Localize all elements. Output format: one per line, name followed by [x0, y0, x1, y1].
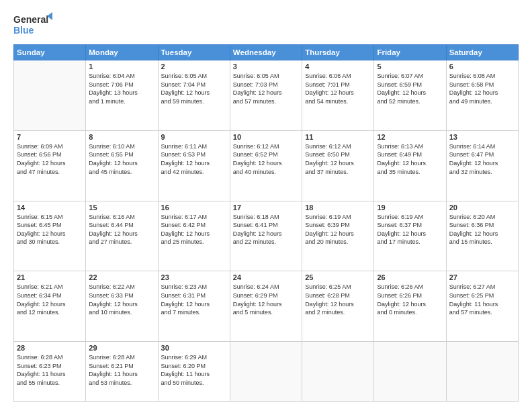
- day-number: 23: [161, 273, 227, 281]
- day-number: 1: [89, 62, 154, 71]
- weekday-header-tuesday: Tuesday: [158, 45, 230, 60]
- cell-text: Sunrise: 6:13 AM Sunset: 6:49 PM Dayligh…: [377, 142, 443, 176]
- day-number: 25: [305, 273, 371, 281]
- cell-text: Sunrise: 6:07 AM Sunset: 6:59 PM Dayligh…: [377, 72, 443, 105]
- weekday-header-wednesday: Wednesday: [230, 45, 302, 60]
- day-number: 4: [305, 62, 371, 71]
- cell-text: Sunrise: 6:10 AM Sunset: 6:55 PM Dayligh…: [89, 142, 154, 176]
- day-number: 30: [161, 344, 227, 352]
- week-row-4: 21Sunrise: 6:21 AM Sunset: 6:34 PM Dayli…: [14, 271, 519, 342]
- calendar-cell: 22Sunrise: 6:22 AM Sunset: 6:33 PM Dayli…: [86, 271, 158, 342]
- day-number: 13: [449, 133, 515, 141]
- weekday-header-monday: Monday: [86, 45, 158, 60]
- calendar-cell: [374, 342, 446, 402]
- day-number: 19: [377, 203, 443, 212]
- day-number: 8: [89, 133, 154, 141]
- cell-text: Sunrise: 6:11 AM Sunset: 6:53 PM Dayligh…: [161, 142, 227, 176]
- cell-text: Sunrise: 6:15 AM Sunset: 6:45 PM Dayligh…: [17, 213, 83, 246]
- day-number: 11: [305, 133, 371, 141]
- day-number: 2: [161, 62, 227, 71]
- cell-text: Sunrise: 6:21 AM Sunset: 6:34 PM Dayligh…: [17, 283, 83, 316]
- calendar-cell: [302, 342, 374, 402]
- calendar-cell: 7Sunrise: 6:09 AM Sunset: 6:56 PM Daylig…: [14, 130, 86, 201]
- calendar-cell: [14, 60, 86, 131]
- svg-text:General: General: [13, 14, 48, 25]
- day-number: 18: [305, 203, 371, 212]
- day-number: 28: [17, 344, 83, 352]
- calendar-cell: 15Sunrise: 6:16 AM Sunset: 6:44 PM Dayli…: [86, 201, 158, 271]
- day-number: 9: [161, 133, 227, 141]
- cell-text: Sunrise: 6:19 AM Sunset: 6:37 PM Dayligh…: [377, 213, 443, 246]
- day-number: 21: [17, 273, 83, 281]
- cell-text: Sunrise: 6:05 AM Sunset: 7:03 PM Dayligh…: [233, 72, 299, 105]
- cell-text: Sunrise: 6:12 AM Sunset: 6:52 PM Dayligh…: [233, 142, 299, 176]
- calendar-cell: 11Sunrise: 6:12 AM Sunset: 6:50 PM Dayli…: [302, 130, 374, 201]
- day-number: 5: [377, 62, 443, 71]
- cell-text: Sunrise: 6:24 AM Sunset: 6:29 PM Dayligh…: [233, 283, 299, 316]
- cell-text: Sunrise: 6:22 AM Sunset: 6:33 PM Dayligh…: [89, 283, 154, 316]
- day-number: 20: [449, 203, 515, 212]
- calendar-cell: 18Sunrise: 6:19 AM Sunset: 6:39 PM Dayli…: [302, 201, 374, 271]
- cell-text: Sunrise: 6:18 AM Sunset: 6:41 PM Dayligh…: [233, 213, 299, 246]
- day-number: 6: [449, 62, 515, 71]
- calendar-cell: 9Sunrise: 6:11 AM Sunset: 6:53 PM Daylig…: [158, 130, 230, 201]
- header: GeneralBlue: [13, 12, 519, 38]
- cell-text: Sunrise: 6:08 AM Sunset: 6:58 PM Dayligh…: [449, 72, 515, 105]
- calendar-cell: 20Sunrise: 6:20 AM Sunset: 6:36 PM Dayli…: [446, 201, 518, 271]
- calendar-cell: 25Sunrise: 6:25 AM Sunset: 6:28 PM Dayli…: [302, 271, 374, 342]
- calendar-cell: 21Sunrise: 6:21 AM Sunset: 6:34 PM Dayli…: [14, 271, 86, 342]
- page: GeneralBlue SundayMondayTuesdayWednesday…: [0, 0, 532, 411]
- cell-text: Sunrise: 6:04 AM Sunset: 7:06 PM Dayligh…: [89, 72, 154, 105]
- weekday-header-saturday: Saturday: [446, 45, 518, 60]
- day-number: 27: [449, 273, 515, 281]
- calendar-cell: 14Sunrise: 6:15 AM Sunset: 6:45 PM Dayli…: [14, 201, 86, 271]
- calendar-cell: 3Sunrise: 6:05 AM Sunset: 7:03 PM Daylig…: [230, 60, 302, 131]
- day-number: 12: [377, 133, 443, 141]
- cell-text: Sunrise: 6:14 AM Sunset: 6:47 PM Dayligh…: [449, 142, 515, 176]
- calendar-cell: 17Sunrise: 6:18 AM Sunset: 6:41 PM Dayli…: [230, 201, 302, 271]
- cell-text: Sunrise: 6:27 AM Sunset: 6:25 PM Dayligh…: [449, 283, 515, 316]
- day-number: 22: [89, 273, 154, 281]
- logo: GeneralBlue: [13, 12, 54, 38]
- calendar-cell: [446, 342, 518, 402]
- cell-text: Sunrise: 6:12 AM Sunset: 6:50 PM Dayligh…: [305, 142, 371, 176]
- calendar-cell: 8Sunrise: 6:10 AM Sunset: 6:55 PM Daylig…: [86, 130, 158, 201]
- calendar-cell: 19Sunrise: 6:19 AM Sunset: 6:37 PM Dayli…: [374, 201, 446, 271]
- calendar-cell: 2Sunrise: 6:05 AM Sunset: 7:04 PM Daylig…: [158, 60, 230, 131]
- cell-text: Sunrise: 6:25 AM Sunset: 6:28 PM Dayligh…: [305, 283, 371, 316]
- cell-text: Sunrise: 6:19 AM Sunset: 6:39 PM Dayligh…: [305, 213, 371, 246]
- calendar-cell: 27Sunrise: 6:27 AM Sunset: 6:25 PM Dayli…: [446, 271, 518, 342]
- day-number: 14: [17, 203, 83, 212]
- day-number: 29: [89, 344, 154, 352]
- calendar-cell: 12Sunrise: 6:13 AM Sunset: 6:49 PM Dayli…: [374, 130, 446, 201]
- calendar-cell: 16Sunrise: 6:17 AM Sunset: 6:42 PM Dayli…: [158, 201, 230, 271]
- week-row-3: 14Sunrise: 6:15 AM Sunset: 6:45 PM Dayli…: [14, 201, 519, 271]
- calendar-cell: 1Sunrise: 6:04 AM Sunset: 7:06 PM Daylig…: [86, 60, 158, 131]
- day-number: 7: [17, 133, 83, 141]
- calendar-cell: 5Sunrise: 6:07 AM Sunset: 6:59 PM Daylig…: [374, 60, 446, 131]
- day-number: 26: [377, 273, 443, 281]
- weekday-header-sunday: Sunday: [14, 45, 86, 60]
- cell-text: Sunrise: 6:05 AM Sunset: 7:04 PM Dayligh…: [161, 72, 227, 105]
- cell-text: Sunrise: 6:17 AM Sunset: 6:42 PM Dayligh…: [161, 213, 227, 246]
- calendar-table: SundayMondayTuesdayWednesdayThursdayFrid…: [13, 44, 519, 402]
- weekday-header-row: SundayMondayTuesdayWednesdayThursdayFrid…: [14, 45, 519, 60]
- calendar-cell: 30Sunrise: 6:29 AM Sunset: 6:20 PM Dayli…: [158, 342, 230, 402]
- cell-text: Sunrise: 6:26 AM Sunset: 6:26 PM Dayligh…: [377, 283, 443, 316]
- calendar-cell: 28Sunrise: 6:28 AM Sunset: 6:23 PM Dayli…: [14, 342, 86, 402]
- cell-text: Sunrise: 6:23 AM Sunset: 6:31 PM Dayligh…: [161, 283, 227, 316]
- cell-text: Sunrise: 6:28 AM Sunset: 6:23 PM Dayligh…: [17, 353, 83, 387]
- cell-text: Sunrise: 6:28 AM Sunset: 6:21 PM Dayligh…: [89, 353, 154, 387]
- cell-text: Sunrise: 6:06 AM Sunset: 7:01 PM Dayligh…: [305, 72, 371, 105]
- calendar-cell: 29Sunrise: 6:28 AM Sunset: 6:21 PM Dayli…: [86, 342, 158, 402]
- cell-text: Sunrise: 6:16 AM Sunset: 6:44 PM Dayligh…: [89, 213, 154, 246]
- svg-text:Blue: Blue: [13, 25, 34, 36]
- calendar-cell: 4Sunrise: 6:06 AM Sunset: 7:01 PM Daylig…: [302, 60, 374, 131]
- day-number: 3: [233, 62, 299, 71]
- week-row-1: 1Sunrise: 6:04 AM Sunset: 7:06 PM Daylig…: [14, 60, 519, 131]
- calendar-cell: [230, 342, 302, 402]
- day-number: 17: [233, 203, 299, 212]
- week-row-2: 7Sunrise: 6:09 AM Sunset: 6:56 PM Daylig…: [14, 130, 519, 201]
- logo-svg: GeneralBlue: [13, 12, 54, 38]
- calendar-cell: 23Sunrise: 6:23 AM Sunset: 6:31 PM Dayli…: [158, 271, 230, 342]
